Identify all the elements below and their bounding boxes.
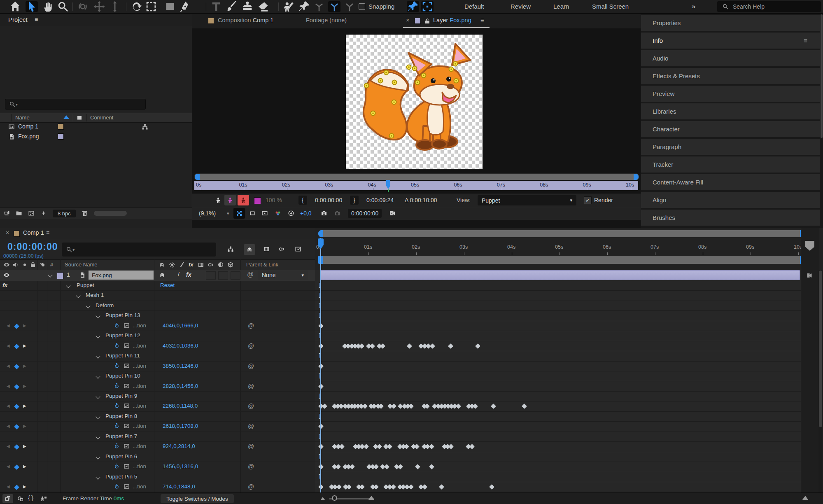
group-row-puppet-pin-9[interactable]: Puppet Pin 9 [0, 392, 315, 401]
keyframe-diamond[interactable] [430, 343, 435, 349]
next-keyframe-icon[interactable]: ▶ [23, 484, 26, 489]
next-keyframe-icon[interactable]: ▶ [23, 343, 26, 348]
keyframe-toggle-icon[interactable] [14, 464, 19, 470]
keyframe-lane[interactable] [315, 442, 801, 452]
graph-icon[interactable] [124, 423, 130, 429]
property-value[interactable]: 2828,0,1456,0 [163, 383, 198, 389]
property-label[interactable]: ...tion [133, 463, 146, 469]
keyframe-diamond[interactable] [473, 404, 478, 409]
expand-chevron-icon[interactable] [96, 374, 100, 378]
toggle-switches-button[interactable]: Toggle Switches / Modes [161, 494, 234, 503]
prev-keyframe-icon[interactable]: ◀ [7, 444, 10, 448]
region-of-interest-tool[interactable] [145, 1, 157, 12]
preview-time-value[interactable]: 0:00:00:00 [348, 209, 382, 218]
snapping-label[interactable]: Snapping [368, 0, 394, 13]
group-label[interactable]: Puppet Pin 10 [105, 373, 140, 379]
keyframe-diamond[interactable] [448, 444, 454, 449]
label-column-tag-icon[interactable] [76, 114, 83, 121]
expand-chevron-icon[interactable] [96, 334, 100, 338]
next-keyframe-icon[interactable]: ▶ [23, 444, 26, 448]
next-keyframe-icon[interactable]: ▶ [23, 464, 26, 469]
group-label[interactable]: Puppet Pin 7 [105, 433, 137, 439]
in-time-value[interactable]: 0:00:00:00 [315, 197, 342, 203]
graph-icon[interactable] [124, 443, 130, 449]
project-scrollbar[interactable] [94, 211, 127, 216]
timeline-navigator-bar[interactable] [318, 230, 805, 237]
time-ruler[interactable]: 0s01s02s03s04s05s06s07s08s09s10s [315, 238, 823, 255]
keyframe-lane[interactable] [315, 422, 801, 432]
group-row-deform[interactable]: Deform [0, 301, 315, 311]
brush-tool[interactable] [226, 1, 238, 12]
property-row-4032010360[interactable]: ◀▶...tion4032,0,1036,0@ [0, 341, 315, 351]
pickwhip-icon[interactable]: @ [248, 342, 254, 349]
graph-editor-icon[interactable] [295, 246, 301, 252]
keyframe-diamond[interactable] [489, 484, 494, 490]
keyframe-toggle-icon[interactable] [14, 404, 19, 410]
shy-guy-icon[interactable] [159, 272, 166, 278]
keyframe-diamond[interactable] [391, 484, 396, 490]
layer-label-chip[interactable] [415, 18, 421, 24]
stopwatch-icon[interactable] [114, 343, 120, 349]
panel-tab-properties[interactable]: Properties [641, 15, 820, 31]
timeline-menu-icon[interactable]: ≡ [46, 229, 49, 236]
expand-chevron-icon[interactable] [86, 303, 90, 308]
property-row-714018480[interactable]: ◀▶...tion714,0,1848,0@ [0, 482, 315, 492]
view-axis-icon[interactable] [343, 1, 356, 12]
roto-brush-tool[interactable] [282, 1, 295, 12]
group-row-puppet-pin-7[interactable]: Puppet Pin 7 [0, 432, 315, 442]
expand-chevron-icon[interactable] [96, 314, 100, 318]
keyframe-diamond[interactable] [491, 404, 497, 409]
property-label[interactable]: ...tion [133, 322, 146, 329]
project-item-comp1[interactable]: Comp 1 [0, 122, 192, 132]
keyframe-lane[interactable] [315, 321, 801, 331]
fox-image[interactable] [346, 35, 483, 169]
group-label[interactable]: Mesh 1 [86, 292, 104, 298]
keyframe-lane[interactable]: I [315, 472, 801, 482]
new-composition-icon[interactable] [28, 210, 35, 217]
keyframe-diamond[interactable] [359, 343, 364, 349]
expand-chevron-icon[interactable] [96, 475, 100, 479]
keyframe-diamond[interactable] [346, 484, 352, 490]
layer-color-chip[interactable] [57, 272, 63, 279]
project-item-foxpng[interactable]: Fox.png [0, 132, 192, 142]
fx-switch[interactable]: fx [186, 271, 191, 278]
graph-icon[interactable] [124, 483, 130, 490]
item-label-chip[interactable] [58, 124, 64, 130]
graph-icon[interactable] [124, 363, 130, 369]
workspace-default[interactable]: Default [464, 0, 484, 13]
frame-blend-icon[interactable] [263, 246, 270, 252]
trash-icon[interactable] [82, 210, 88, 217]
pickwhip-icon[interactable]: @ [248, 443, 254, 450]
snapshot-camera-icon[interactable] [321, 210, 327, 217]
scrollbar-thumb[interactable] [819, 271, 822, 427]
local-axis-icon[interactable] [313, 1, 325, 12]
prev-keyframe-icon[interactable]: ◀ [7, 364, 10, 368]
magnification-value[interactable]: (9,1%) [199, 210, 216, 217]
motion-blur-icon[interactable] [278, 246, 285, 252]
keyframe-diamond[interactable] [415, 464, 420, 469]
current-time-display[interactable]: 0:00:00:00 [7, 241, 58, 252]
column-parent-link[interactable]: Parent & Link [246, 261, 278, 268]
brackets-icon[interactable]: { } [28, 494, 33, 501]
work-area-start-handle[interactable] [195, 174, 200, 180]
keyframe-lane[interactable]: I [315, 281, 801, 291]
view-dropdown[interactable]: Puppet▾ [478, 195, 576, 205]
quality-switch[interactable]: / [178, 271, 180, 278]
pan-camera-tool[interactable] [93, 1, 105, 12]
eraser-tool[interactable] [257, 1, 269, 12]
property-row-2618017080[interactable]: ◀▶...tion2618,0,1708,0@ [0, 422, 315, 432]
circle-square-icon[interactable] [17, 495, 24, 502]
zoom-out-mountain-icon[interactable] [320, 497, 325, 500]
group-label[interactable]: Puppet Pin 6 [105, 453, 137, 460]
keyframe-diamond[interactable] [469, 444, 475, 449]
stopwatch-icon[interactable] [114, 363, 120, 369]
pickwhip-icon[interactable]: @ [248, 402, 254, 409]
keyframe-diamond[interactable] [414, 444, 420, 449]
expand-chevron-icon[interactable] [66, 283, 70, 288]
stopwatch-icon[interactable] [114, 443, 120, 449]
sidebar-scrollbar[interactable] [821, 14, 823, 138]
keyframe-diamond[interactable] [407, 343, 412, 349]
workspace-small-screen[interactable]: Small Screen [592, 0, 629, 13]
viewer-canvas[interactable] [192, 28, 641, 173]
group-row-puppet[interactable]: fxPuppetReset [0, 281, 315, 291]
